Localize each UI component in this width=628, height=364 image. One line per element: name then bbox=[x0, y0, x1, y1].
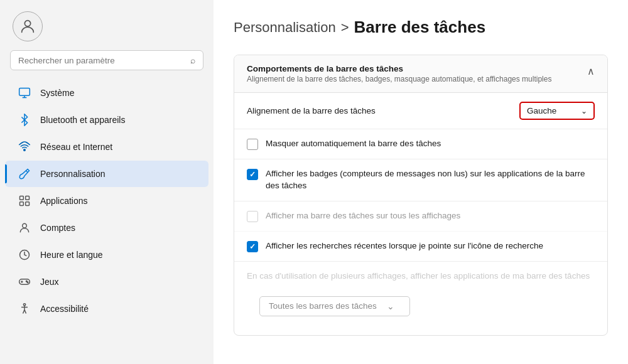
bluetooth-label: Bluetooth et appareils bbox=[40, 115, 125, 125]
avatar[interactable] bbox=[13, 11, 43, 41]
checkbox-recherches-box[interactable] bbox=[247, 241, 258, 252]
sidebar-item-reseau[interactable]: Réseau et Internet bbox=[5, 134, 208, 160]
main-content: Personnalisation > Barre des tâches Comp… bbox=[214, 0, 628, 364]
monitor-icon bbox=[18, 86, 31, 100]
comptes-label: Comptes bbox=[40, 223, 75, 233]
page-header: Personnalisation > Barre des tâches bbox=[234, 18, 608, 37]
avatar-area bbox=[0, 0, 214, 50]
bluetooth-icon bbox=[18, 113, 31, 127]
checkbox-badges-box[interactable] bbox=[247, 169, 258, 180]
sidebar-item-personnalisation[interactable]: Personnalisation bbox=[5, 161, 208, 187]
sidebar-item-heure[interactable]: Heure et langue bbox=[5, 242, 208, 268]
sidebar-item-accessibilite[interactable]: Accessibilité bbox=[5, 296, 208, 322]
sidebar-item-jeux[interactable]: Jeux bbox=[5, 269, 208, 295]
svg-rect-7 bbox=[26, 196, 30, 200]
accessibility-icon bbox=[18, 302, 31, 316]
section-title: Comportements de la barre des tâches bbox=[247, 64, 551, 73]
svg-line-21 bbox=[24, 310, 26, 314]
chevron-up-icon[interactable]: ∧ bbox=[587, 65, 595, 77]
checkbox-recherches-label: Afficher les recherches récentes lorsque… bbox=[266, 240, 543, 252]
search-box[interactable]: ⌕ bbox=[10, 50, 203, 70]
sub-dropdown: Toutes les barres des tâches ⌄ bbox=[259, 296, 410, 316]
sidebar-item-applications[interactable]: Applications bbox=[5, 188, 208, 214]
breadcrumb-parent: Personnalisation bbox=[234, 19, 336, 36]
checkbox-masquer-label: Masquer automatiquement la barre des tâc… bbox=[266, 138, 441, 150]
brush-icon bbox=[18, 167, 31, 181]
breadcrumb-current: Barre des tâches bbox=[354, 18, 486, 37]
checkbox-multi-display-box bbox=[247, 211, 258, 222]
alignment-label: Alignement de la barre des tâches bbox=[247, 106, 509, 115]
person-icon bbox=[19, 18, 36, 35]
checkbox-masquer[interactable]: Masquer automatiquement la barre des tâc… bbox=[234, 129, 607, 159]
svg-point-17 bbox=[23, 304, 25, 306]
breadcrumb-separator: > bbox=[341, 19, 349, 36]
sidebar-item-systeme[interactable]: Système bbox=[5, 80, 208, 106]
multi-affichage-row: En cas d'utilisation de plusieurs affich… bbox=[234, 262, 607, 282]
svg-point-16 bbox=[27, 282, 28, 283]
applications-label: Applications bbox=[40, 196, 88, 206]
svg-rect-8 bbox=[20, 202, 24, 206]
wifi-icon bbox=[18, 140, 31, 154]
alignment-row: Alignement de la barre des tâches Gauche… bbox=[234, 93, 607, 129]
checkbox-recherches[interactable]: Afficher les recherches récentes lorsque… bbox=[234, 232, 607, 262]
controller-icon bbox=[18, 275, 31, 289]
svg-line-5 bbox=[26, 171, 28, 173]
checkbox-masquer-box[interactable] bbox=[247, 139, 258, 150]
reseau-label: Réseau et Internet bbox=[40, 142, 112, 152]
sub-dropdown-arrow-icon: ⌄ bbox=[387, 301, 394, 311]
alignment-value: Gauche bbox=[527, 106, 556, 115]
checkbox-multi-display: Afficher ma barre des tâches sur tous le… bbox=[234, 201, 607, 232]
heure-label: Heure et langue bbox=[40, 250, 103, 260]
sidebar: ⌕ Système Bluetooth et appareils bbox=[0, 0, 214, 364]
search-input[interactable] bbox=[18, 56, 185, 65]
nav-list: Système Bluetooth et appareils Réseau e bbox=[0, 79, 214, 364]
personnalisation-label: Personnalisation bbox=[40, 169, 106, 179]
svg-point-0 bbox=[24, 21, 30, 26]
sidebar-item-bluetooth[interactable]: Bluetooth et appareils bbox=[5, 107, 208, 133]
svg-point-10 bbox=[23, 223, 27, 228]
search-icon: ⌕ bbox=[190, 55, 195, 65]
checkbox-multi-display-label: Afficher ma barre des tâches sur tous le… bbox=[266, 210, 460, 222]
svg-rect-1 bbox=[19, 88, 30, 96]
sub-dropdown-value: Toutes les barres des tâches bbox=[269, 301, 377, 311]
dropdown-arrow-icon: ⌄ bbox=[581, 107, 587, 115]
section-header: Comportements de la barre des tâches Ali… bbox=[234, 55, 607, 93]
taskbar-section: Comportements de la barre des tâches Ali… bbox=[234, 55, 608, 336]
sub-dropdown-wrap: Toutes les barres des tâches ⌄ bbox=[234, 282, 607, 335]
svg-rect-6 bbox=[20, 196, 24, 200]
accessibilite-label: Accessibilité bbox=[40, 304, 89, 314]
systeme-label: Système bbox=[40, 88, 74, 98]
alignment-dropdown[interactable]: Gauche ⌄ bbox=[519, 102, 595, 120]
person-icon bbox=[18, 221, 31, 235]
svg-point-4 bbox=[24, 149, 26, 151]
multi-affichage-text: En cas d'utilisation de plusieurs affich… bbox=[247, 270, 590, 282]
svg-rect-9 bbox=[26, 202, 30, 206]
sidebar-item-comptes[interactable]: Comptes bbox=[5, 215, 208, 241]
jeux-label: Jeux bbox=[40, 277, 59, 287]
section-subtitle: Alignement de la barre des tâches, badge… bbox=[247, 75, 551, 83]
clock-icon bbox=[18, 248, 31, 262]
checkbox-badges[interactable]: Afficher les badges (compteurs de messag… bbox=[234, 159, 607, 201]
checkbox-badges-label: Afficher les badges (compteurs de messag… bbox=[266, 168, 595, 192]
grid-icon bbox=[18, 194, 31, 208]
